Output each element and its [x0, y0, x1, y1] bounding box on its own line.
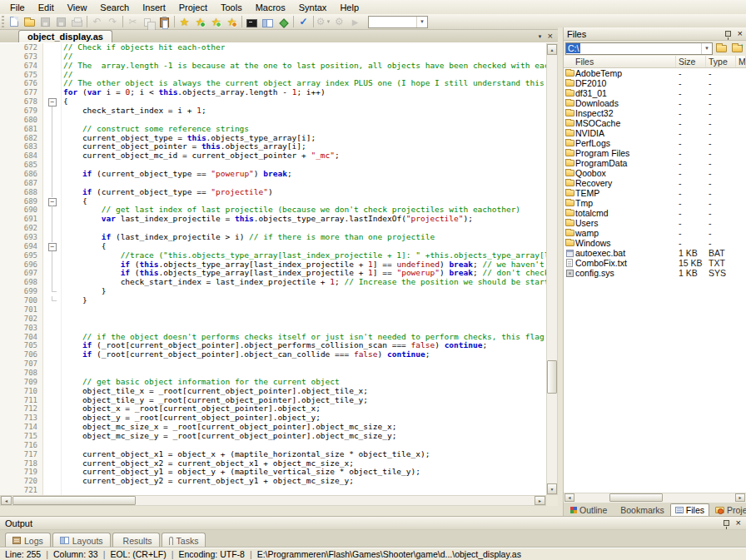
column-header-type[interactable]: Type	[706, 56, 736, 67]
build-button[interactable]: ⚙▼	[316, 15, 331, 29]
pin-icon[interactable]	[724, 520, 729, 526]
file-row[interactable]: TEMP--	[564, 188, 746, 198]
scrollbar-thumb[interactable]	[12, 496, 136, 505]
tab-files[interactable]: Files	[670, 503, 709, 516]
print-button[interactable]	[69, 15, 85, 29]
file-row[interactable]: Users--	[564, 218, 746, 228]
code-line[interactable]: 694 {	[0, 242, 546, 251]
paste-button[interactable]	[157, 15, 172, 29]
bookmark-clear-button[interactable]: ★	[224, 15, 240, 29]
bookmark-add-button[interactable]: ★	[192, 15, 208, 29]
menu-search[interactable]: Search	[93, 2, 136, 13]
code-line[interactable]: 688 if (current_object_type == "projecti…	[0, 188, 546, 197]
menu-syntax[interactable]: Syntax	[292, 2, 334, 13]
code-line[interactable]: 704 // if the object doesn't performs ch…	[0, 333, 546, 342]
tab-close-icon[interactable]: ×	[548, 32, 553, 41]
code-line[interactable]: 718 current_object_x2 = current_object_x…	[0, 459, 546, 468]
tab-logs[interactable]: Logs	[5, 533, 51, 548]
code-line[interactable]: 710 object_tile_x = _root[current_object…	[0, 387, 546, 396]
fold-collapse-icon[interactable]	[43, 197, 62, 206]
file-row[interactable]: Windows--	[564, 238, 746, 248]
fold-collapse-icon[interactable]	[43, 242, 62, 251]
tab-list-dropdown-icon[interactable]: ▼	[538, 34, 543, 39]
bookmark-button[interactable]: ★	[177, 15, 192, 29]
close-icon[interactable]: ×	[738, 29, 743, 38]
menu-edit[interactable]: Edit	[32, 2, 61, 13]
code-line[interactable]: 713 object_y = _root[current_object_poin…	[0, 414, 546, 423]
code-editor[interactable]: 672// Check if objects hit each-other673…	[0, 43, 546, 495]
chevron-down-icon[interactable]: ▼	[701, 43, 712, 54]
files-horizontal-scrollbar[interactable]: ◄ ►	[564, 493, 746, 503]
code-line[interactable]: 714 object_mc_size_x = _root[current_obj…	[0, 423, 546, 432]
column-header-size[interactable]: Size	[676, 56, 706, 67]
file-row[interactable]: Qoobox--	[564, 168, 746, 178]
code-line[interactable]: 674// The array.length -1 is because at …	[0, 62, 546, 71]
code-line[interactable]: 684 current_object_mc_id = current_objec…	[0, 151, 546, 161]
code-line[interactable]: 708	[0, 369, 546, 378]
play-button[interactable]: ▶	[347, 15, 363, 29]
cut-button[interactable]: ✂	[125, 15, 141, 29]
code-line[interactable]: 711 object_tile_y = _root[current_object…	[0, 396, 546, 405]
scroll-down-icon[interactable]: ▼	[547, 483, 557, 494]
code-line[interactable]: 685	[0, 161, 546, 170]
code-line[interactable]: 703	[0, 324, 546, 333]
scroll-left-icon[interactable]: ◄	[564, 493, 574, 502]
code-line[interactable]: 700 }	[0, 296, 546, 305]
editor-vertical-scrollbar[interactable]: ▲ ▼	[546, 43, 558, 495]
file-row[interactable]: AdobeTemp--	[564, 68, 746, 78]
open-file-button[interactable]	[22, 15, 37, 29]
editor-horizontal-scrollbar[interactable]: ◄ ►	[0, 495, 546, 506]
code-line[interactable]: 677for (var i = 0; i < this.objects_arra…	[0, 88, 546, 97]
bookmark-next-button[interactable]: ★	[208, 15, 224, 29]
menu-project[interactable]: Project	[172, 2, 214, 13]
column-header-files[interactable]: Files	[564, 56, 676, 67]
file-row[interactable]: Recovery--	[564, 178, 746, 188]
code-line[interactable]: 690 // get last index of last projectile…	[0, 206, 546, 215]
file-row[interactable]: totalcmd--	[564, 208, 746, 218]
code-line[interactable]: 683 current_object_pointer = this.object…	[0, 142, 546, 151]
file-row[interactable]: PerfLogs--	[564, 138, 746, 148]
code-line[interactable]: 709 // get basic object information for …	[0, 378, 546, 387]
settings-gear-button[interactable]: ⚙	[331, 15, 347, 29]
file-row[interactable]: df31_01--	[564, 88, 746, 98]
scroll-left-icon[interactable]: ◄	[1, 496, 12, 505]
tab-bookmarks[interactable]: Bookmarks	[613, 503, 669, 516]
code-line[interactable]: 717 current_object_x1 = object_x + (mapt…	[0, 450, 546, 459]
menu-tools[interactable]: Tools	[214, 2, 249, 13]
close-icon[interactable]: ×	[736, 518, 741, 528]
code-line[interactable]: 702	[0, 315, 546, 324]
code-line[interactable]: 715 object_mc_size_y = _root[current_obj…	[0, 432, 546, 441]
code-line[interactable]: 707	[0, 359, 546, 369]
code-line[interactable]: 672// Check if objects hit each-other	[0, 43, 546, 52]
code-line[interactable]: 678{	[0, 97, 546, 107]
code-line[interactable]: 681 // construct some reference strings	[0, 125, 546, 134]
console-button[interactable]	[244, 15, 260, 29]
tab-outline[interactable]: Outline	[565, 503, 612, 516]
pin-icon[interactable]	[725, 31, 731, 37]
tab-results[interactable]: Results	[112, 533, 160, 548]
new-file-button[interactable]	[6, 15, 22, 29]
file-row[interactable]: autoexec.bat1 KBBAT	[564, 248, 746, 258]
go-to-folder-button[interactable]	[730, 42, 744, 55]
code-line[interactable]: 680	[0, 116, 546, 125]
scrollbar-thumb[interactable]	[609, 493, 663, 502]
redo-button[interactable]: ↷	[105, 15, 121, 29]
menu-help[interactable]: Help	[333, 2, 366, 13]
file-row[interactable]: Inspect32--	[564, 108, 746, 118]
scroll-right-icon[interactable]: ►	[735, 493, 745, 502]
file-row[interactable]: NVIDIA--	[564, 128, 746, 138]
code-line[interactable]: 699 }	[0, 287, 546, 296]
file-row[interactable]: config.sys1 KBSYS	[564, 268, 746, 278]
menu-view[interactable]: View	[61, 2, 94, 13]
toolbar-grip[interactable]	[2, 16, 4, 27]
file-row[interactable]: ProgramData--	[564, 158, 746, 168]
scroll-up-icon[interactable]: ▲	[547, 44, 557, 55]
code-line[interactable]: 695 //trace ("this.objects_type_array[la…	[0, 251, 546, 260]
file-row[interactable]: Tmp--	[564, 198, 746, 208]
menu-insert[interactable]: Insert	[136, 2, 172, 13]
chevron-down-icon[interactable]: ▼	[416, 17, 427, 27]
code-line[interactable]: 686 if (current_object_type == "powerup"…	[0, 170, 546, 179]
tab-layouts[interactable]: Layouts	[52, 533, 111, 548]
code-line[interactable]: 705 if (_root[current_object_pointer].ob…	[0, 341, 546, 350]
code-line[interactable]: 693 if (last_index_projectile > i) // if…	[0, 233, 546, 242]
